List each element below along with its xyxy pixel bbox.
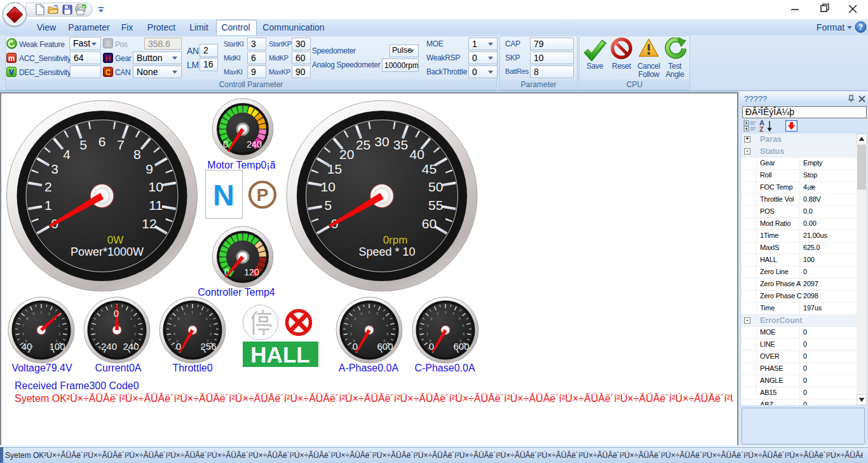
- svg-text:Speed * 10: Speed * 10: [358, 245, 415, 258]
- svg-text:0: 0: [114, 308, 119, 319]
- svg-text:7: 7: [117, 137, 125, 152]
- svg-text:3: 3: [51, 162, 58, 176]
- svg-text:10: 10: [321, 179, 336, 194]
- svg-text:HALL: HALL: [250, 342, 309, 367]
- svg-text:30: 30: [374, 134, 389, 149]
- svg-text:Throttle0: Throttle0: [172, 363, 212, 373]
- svg-text:600: 600: [453, 341, 469, 352]
- svg-text:40: 40: [22, 341, 32, 352]
- svg-text:Voltage79.4V: Voltage79.4V: [11, 363, 72, 373]
- svg-text:120: 120: [244, 267, 259, 277]
- svg-text:35: 35: [393, 137, 408, 152]
- svg-text:-: -: [98, 324, 100, 328]
- svg-text:5: 5: [324, 198, 332, 212]
- svg-text:240: 240: [247, 139, 262, 149]
- svg-text:6: 6: [98, 134, 106, 149]
- svg-text:0: 0: [176, 341, 181, 352]
- svg-text:Controller Temp4: Controller Temp4: [198, 287, 275, 298]
- svg-text:1: 1: [44, 198, 52, 212]
- svg-text:A-Phase0.0A: A-Phase0.0A: [339, 363, 399, 373]
- svg-text:0W: 0W: [107, 234, 124, 246]
- svg-text:60: 60: [422, 216, 437, 231]
- svg-text:25: 25: [356, 137, 370, 152]
- svg-text:Motor Temp0¡ã: Motor Temp0¡ã: [207, 160, 275, 170]
- svg-text:P: P: [257, 185, 269, 205]
- svg-text:9: 9: [146, 162, 153, 176]
- svg-text:4: 4: [63, 147, 71, 162]
- svg-text:0rpm: 0rpm: [383, 234, 408, 246]
- svg-text:N: N: [213, 178, 234, 212]
- svg-text:2: 2: [44, 179, 52, 194]
- svg-text:256: 256: [200, 341, 216, 352]
- svg-text:10: 10: [149, 179, 163, 194]
- svg-text:-: -: [109, 312, 110, 315]
- svg-text:12: 12: [142, 216, 156, 231]
- svg-text:11: 11: [149, 198, 163, 212]
- svg-text:20: 20: [339, 147, 354, 162]
- svg-text:-: -: [98, 332, 99, 336]
- svg-text:0: 0: [353, 341, 358, 352]
- svg-text:0: 0: [429, 341, 434, 352]
- svg-text:-240: -240: [98, 341, 117, 352]
- svg-text:45: 45: [422, 162, 437, 176]
- svg-text:240: 240: [123, 341, 139, 352]
- svg-text:40: 40: [410, 147, 424, 162]
- svg-text:15: 15: [327, 162, 342, 176]
- svg-text:5: 5: [79, 137, 87, 152]
- svg-text:8: 8: [133, 147, 141, 162]
- svg-text:Current0A: Current0A: [95, 363, 142, 373]
- svg-text:55: 55: [428, 198, 443, 212]
- svg-text:100: 100: [49, 341, 65, 352]
- svg-text:600: 600: [377, 341, 393, 352]
- svg-text:0: 0: [223, 139, 228, 149]
- svg-text:50: 50: [428, 179, 443, 194]
- svg-text:C-Phase0.0A: C-Phase0.0A: [414, 363, 475, 373]
- svg-text:?: ?: [858, 23, 863, 32]
- svg-text:Power*1000W: Power*1000W: [71, 245, 144, 258]
- svg-text:-: -: [102, 317, 104, 321]
